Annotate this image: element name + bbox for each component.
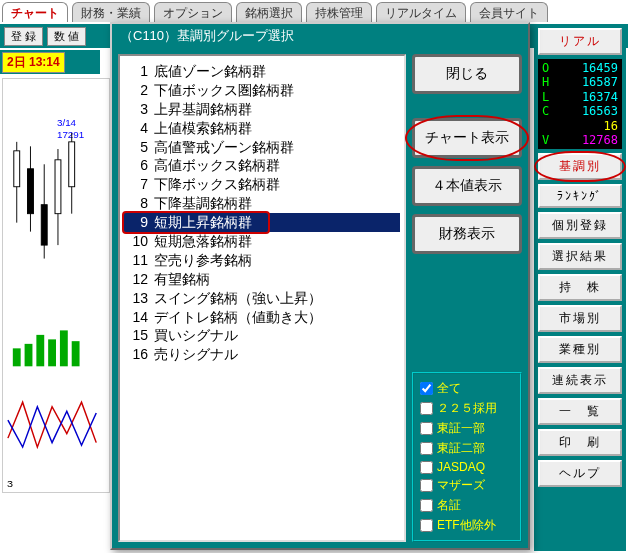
list-item[interactable]: 5高値警戒ゾーン銘柄群 — [124, 138, 400, 157]
list-item[interactable]: 11空売り参考銘柄 — [124, 251, 400, 270]
svg-rect-13 — [48, 339, 56, 366]
background-chart: 3/14 17291 3 — [2, 78, 110, 493]
right-btn-0[interactable]: 基調別 — [538, 153, 622, 180]
svg-rect-7 — [55, 160, 61, 214]
check-4[interactable]: JASDAQ — [420, 460, 514, 474]
check-2[interactable]: 東証一部 — [420, 420, 514, 437]
right-btn-7[interactable]: 連続表示 — [538, 367, 622, 394]
list-item[interactable]: 3上昇基調銘柄群 — [124, 100, 400, 119]
tab-realtime[interactable]: リアルタイム — [376, 2, 466, 22]
svg-rect-1 — [14, 151, 20, 187]
right-btn-4[interactable]: 持 株 — [538, 274, 622, 301]
check-7[interactable]: ETF他除外 — [420, 517, 514, 534]
quote-row: C16563 — [542, 104, 618, 118]
btn-chart-display[interactable]: チャート表示 — [412, 118, 522, 158]
group-select-dialog: （C110）基調別グループ選択 1底値ゾーン銘柄群2下値ボックス圏銘柄群3上昇基… — [110, 22, 530, 550]
tab-option[interactable]: オプション — [154, 2, 232, 22]
check-input-5[interactable] — [420, 479, 433, 492]
tab-finance[interactable]: 財務・業績 — [72, 2, 150, 22]
svg-rect-12 — [36, 335, 44, 366]
right-btn-9[interactable]: 印 刷 — [538, 429, 622, 456]
list-item[interactable]: 14デイトレ銘柄（値動き大） — [124, 308, 400, 327]
current-time: 2日 13:14 — [2, 52, 65, 73]
quote-row: H16587 — [542, 75, 618, 89]
svg-rect-3 — [28, 169, 34, 214]
right-btn-5[interactable]: 市場別 — [538, 305, 622, 332]
list-item[interactable]: 4上値模索銘柄群 — [124, 119, 400, 138]
filter-checks: 全て ２２５採用 東証一部 東証二部 JASDAQ マザーズ 名証 ETF他除外 — [412, 372, 522, 542]
tab-holdings[interactable]: 持株管理 — [306, 2, 372, 22]
list-item[interactable]: 13スイング銘柄（強い上昇） — [124, 289, 400, 308]
dialog-right-column: 閉じる チャート表示 ４本値表示 財務表示 全て ２２５採用 東証一部 東証二部… — [412, 54, 522, 542]
check-3[interactable]: 東証二部 — [420, 440, 514, 457]
right-btn-1[interactable]: ﾗﾝｷﾝｸﾞ — [538, 184, 622, 208]
right-btn-3[interactable]: 選択結果 — [538, 243, 622, 270]
svg-rect-11 — [25, 344, 33, 366]
right-btn-6[interactable]: 業種別 — [538, 336, 622, 363]
main-tabs: チャート 財務・業績 オプション 銘柄選択 持株管理 リアルタイム 会員サイト — [0, 2, 628, 22]
svg-rect-9 — [69, 142, 75, 187]
btn-close[interactable]: 閉じる — [412, 54, 522, 94]
quote-row: O16459 — [542, 61, 618, 75]
check-6[interactable]: 名証 — [420, 497, 514, 514]
check-5[interactable]: マザーズ — [420, 477, 514, 494]
check-1[interactable]: ２２５採用 — [420, 400, 514, 417]
right-btn-2[interactable]: 個別登録 — [538, 212, 622, 239]
list-item[interactable]: 1底値ゾーン銘柄群 — [124, 62, 400, 81]
quote-row: 16 — [542, 119, 618, 133]
right-btn-8[interactable]: 一 覧 — [538, 398, 622, 425]
chart-value-label: 17291 — [57, 130, 84, 140]
svg-rect-5 — [41, 205, 47, 245]
svg-rect-14 — [60, 330, 68, 366]
list-item[interactable]: 12有望銘柄 — [124, 270, 400, 289]
list-item[interactable]: 2下値ボックス圏銘柄群 — [124, 81, 400, 100]
right-btn-10[interactable]: ヘルプ — [538, 460, 622, 487]
btn-four-value[interactable]: ４本値表示 — [412, 166, 522, 206]
check-input-1[interactable] — [420, 402, 433, 415]
list-item[interactable]: 15買いシグナル — [124, 326, 400, 345]
check-input-3[interactable] — [420, 442, 433, 455]
list-item[interactable]: 7下降ボックス銘柄群 — [124, 175, 400, 194]
tab-select[interactable]: 銘柄選択 — [236, 2, 302, 22]
check-input-2[interactable] — [420, 422, 433, 435]
quote-row: L16374 — [542, 90, 618, 104]
svg-rect-15 — [72, 341, 80, 366]
tab-member[interactable]: 会員サイト — [470, 2, 548, 22]
check-input-0[interactable] — [420, 382, 433, 395]
list-item[interactable]: 8下降基調銘柄群 — [124, 194, 400, 213]
quote-box: O16459H16587L16374C1656316V12768 — [538, 59, 622, 149]
list-item[interactable]: 6高値ボックス銘柄群 — [124, 156, 400, 175]
btn-register[interactable]: 登 録 — [4, 27, 43, 46]
dialog-title: （C110）基調別グループ選択 — [112, 24, 528, 48]
check-input-4[interactable] — [420, 461, 433, 474]
check-input-7[interactable] — [420, 519, 433, 532]
right-panel: リアル O16459H16587L16374C1656316V12768 基調別… — [534, 24, 626, 551]
check-0[interactable]: 全て — [420, 380, 514, 397]
btn-realtime[interactable]: リアル — [538, 28, 622, 55]
svg-rect-10 — [13, 348, 21, 366]
btn-finance-display[interactable]: 財務表示 — [412, 214, 522, 254]
check-input-6[interactable] — [420, 499, 433, 512]
quote-row: V12768 — [542, 133, 618, 147]
group-listbox[interactable]: 1底値ゾーン銘柄群2下値ボックス圏銘柄群3上昇基調銘柄群4上値模索銘柄群5高値警… — [118, 54, 406, 542]
list-item[interactable]: 16売りシグナル — [124, 345, 400, 364]
date-bar: 2日 13:14 — [0, 50, 100, 74]
tab-chart[interactable]: チャート — [2, 2, 68, 22]
list-item[interactable]: 9短期上昇銘柄群 — [124, 213, 400, 232]
chart-date-label: 3/14 — [57, 117, 76, 127]
list-item[interactable]: 10短期急落銘柄群 — [124, 232, 400, 251]
btn-value[interactable]: 数 値 — [47, 27, 86, 46]
chart-axis-label: 3 — [7, 479, 13, 489]
